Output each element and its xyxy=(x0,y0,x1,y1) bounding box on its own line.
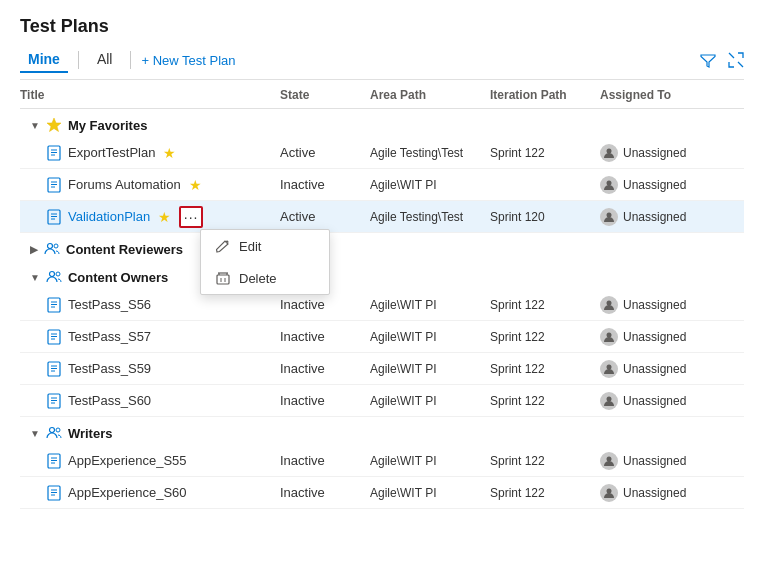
row-area: Agile\WIT PI xyxy=(370,330,490,344)
group-my-favorites[interactable]: ▼ My Favorites xyxy=(20,109,744,137)
svg-point-5 xyxy=(607,148,612,153)
assigned-label: Unassigned xyxy=(623,178,686,192)
favorites-group-icon xyxy=(46,117,62,133)
row-area: Agile Testing\Test xyxy=(370,146,490,160)
menu-item-edit[interactable]: Edit xyxy=(201,230,329,262)
table-body: ▼ My Favorites ExportTestPlan ★ Active A… xyxy=(20,109,744,562)
row-title[interactable]: TestPass_S59 xyxy=(68,361,151,376)
row-state: Inactive xyxy=(280,177,370,192)
assigned-avatar xyxy=(600,392,618,410)
row-assigned: Unassigned xyxy=(600,328,730,346)
svg-marker-0 xyxy=(47,118,61,132)
table-row: AppExperience_S55 Inactive Agile\WIT PI … xyxy=(20,445,744,477)
star-icon[interactable]: ★ xyxy=(189,177,202,193)
row-title[interactable]: TestPass_S57 xyxy=(68,329,151,344)
group-label: My Favorites xyxy=(68,118,147,133)
row-title[interactable]: TestPass_S60 xyxy=(68,393,151,408)
row-iteration: Sprint 122 xyxy=(490,330,600,344)
svg-point-24 xyxy=(49,272,54,277)
group-label: Content Owners xyxy=(68,270,168,285)
toolbar-actions xyxy=(700,52,744,68)
assigned-label: Unassigned xyxy=(623,146,686,160)
new-test-plan-button[interactable]: + New Test Plan xyxy=(141,53,235,68)
svg-point-35 xyxy=(607,332,612,337)
group-content-reviewers[interactable]: ▶ Content Reviewers xyxy=(20,233,744,261)
row-title[interactable]: Forums Automation xyxy=(68,177,181,192)
filter-icon xyxy=(700,52,716,68)
assigned-avatar xyxy=(600,328,618,346)
edit-label: Edit xyxy=(239,239,261,254)
row-area: Agile\WIT PI xyxy=(370,454,490,468)
row-title-cell: Forums Automation ★ xyxy=(20,177,280,193)
test-plan-icon xyxy=(46,393,62,409)
row-assigned: Unassigned xyxy=(600,484,730,502)
svg-point-22 xyxy=(48,244,53,249)
tab-mine[interactable]: Mine xyxy=(20,47,68,73)
row-title-cell: ValidationPlan ★ ··· xyxy=(20,206,280,228)
row-assigned: Unassigned xyxy=(600,176,730,194)
row-state: Inactive xyxy=(280,361,370,376)
test-plan-icon xyxy=(46,297,62,313)
delete-label: Delete xyxy=(239,271,277,286)
pencil-icon xyxy=(215,238,231,254)
col-assigned: Assigned To xyxy=(600,88,730,102)
row-assigned: Unassigned xyxy=(600,360,730,378)
test-plan-icon xyxy=(46,453,62,469)
row-iteration: Sprint 122 xyxy=(490,486,600,500)
expand-button[interactable] xyxy=(728,52,744,68)
group-users-icon xyxy=(46,269,62,285)
assigned-avatar xyxy=(600,484,618,502)
assigned-label: Unassigned xyxy=(623,362,686,376)
row-assigned: Unassigned xyxy=(600,296,730,314)
test-plan-icon xyxy=(46,209,62,225)
row-state: Inactive xyxy=(280,297,370,312)
row-title[interactable]: AppExperience_S55 xyxy=(68,453,187,468)
group-label: Content Reviewers xyxy=(66,242,183,257)
table-header: Title State Area Path Iteration Path Ass… xyxy=(20,80,744,109)
row-title[interactable]: ExportTestPlan xyxy=(68,145,155,160)
assigned-label: Unassigned xyxy=(623,394,686,408)
table-row: AppExperience_S60 Inactive Agile\WIT PI … xyxy=(20,477,744,509)
menu-item-delete[interactable]: Delete xyxy=(201,262,329,294)
tab-divider-2 xyxy=(130,51,131,69)
row-area: Agile\WIT PI xyxy=(370,394,490,408)
row-title[interactable]: AppExperience_S60 xyxy=(68,485,187,500)
group-writers[interactable]: ▼ Writers xyxy=(20,417,744,445)
star-icon[interactable]: ★ xyxy=(163,145,176,161)
table-row-validation: ValidationPlan ★ ··· Active Agile Testin… xyxy=(20,201,744,233)
svg-rect-16 xyxy=(217,275,229,284)
row-assigned: Unassigned xyxy=(600,392,730,410)
row-iteration: Sprint 122 xyxy=(490,362,600,376)
group-users-icon xyxy=(44,241,60,257)
group-label: Writers xyxy=(68,426,113,441)
svg-point-23 xyxy=(54,244,58,248)
row-title-cell: ExportTestPlan ★ xyxy=(20,145,280,161)
more-actions-button[interactable]: ··· xyxy=(179,206,203,228)
row-title-cell: TestPass_S56 xyxy=(20,297,280,313)
row-state: Active xyxy=(280,145,370,160)
assigned-avatar xyxy=(600,176,618,194)
row-iteration: Sprint 122 xyxy=(490,298,600,312)
tab-divider xyxy=(78,51,79,69)
assigned-avatar xyxy=(600,296,618,314)
row-title[interactable]: ValidationPlan xyxy=(68,209,150,224)
assigned-avatar xyxy=(600,144,618,162)
svg-point-47 xyxy=(56,428,60,432)
tab-all[interactable]: All xyxy=(89,47,121,73)
page-title: Test Plans xyxy=(20,16,744,37)
row-state: Inactive xyxy=(280,485,370,500)
chevron-down-icon: ▼ xyxy=(30,272,40,283)
assigned-avatar xyxy=(600,208,618,226)
row-iteration: Sprint 122 xyxy=(490,394,600,408)
assigned-avatar xyxy=(600,360,618,378)
filter-button[interactable] xyxy=(700,52,716,68)
table-row: TestPass_S57 Inactive Agile\WIT PI Sprin… xyxy=(20,321,744,353)
row-title-cell: AppExperience_S55 xyxy=(20,453,280,469)
row-title[interactable]: TestPass_S56 xyxy=(68,297,151,312)
svg-point-46 xyxy=(49,428,54,433)
star-icon[interactable]: ★ xyxy=(158,209,171,225)
group-content-owners[interactable]: ▼ Content Owners xyxy=(20,261,744,289)
context-menu: Edit Delete xyxy=(200,229,330,295)
row-iteration: Sprint 122 xyxy=(490,454,600,468)
row-title-cell: TestPass_S60 xyxy=(20,393,280,409)
